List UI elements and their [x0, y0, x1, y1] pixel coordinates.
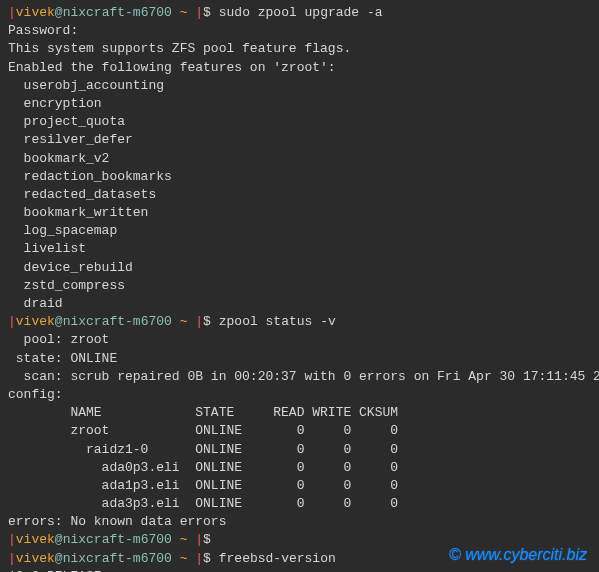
- table-row: ada1p3.eli ONLINE 0 0 0: [8, 477, 591, 495]
- prompt-user: vivek: [16, 532, 55, 547]
- prompt-host: nixcraft-m6700: [63, 314, 172, 329]
- prompt-host: nixcraft-m6700: [63, 5, 172, 20]
- open-bar: |: [8, 551, 16, 566]
- table-row: ada3p3.eli ONLINE 0 0 0: [8, 495, 591, 513]
- close-bar: |: [195, 532, 203, 547]
- prompt-path: ~: [180, 532, 188, 547]
- errors-line: errors: No known data errors: [8, 513, 591, 531]
- feature-line: draid: [8, 295, 591, 313]
- prompt-at: @: [55, 5, 63, 20]
- feature-line: project_quota: [8, 113, 591, 131]
- table-row: zroot ONLINE 0 0 0: [8, 422, 591, 440]
- prompt-line-1: |vivek@nixcraft-m6700 ~ |$ sudo zpool up…: [8, 4, 591, 22]
- password-prompt[interactable]: Password:: [8, 22, 591, 40]
- feature-line: resilver_defer: [8, 131, 591, 149]
- table-row: ada0p3.eli ONLINE 0 0 0: [8, 459, 591, 477]
- prompt-dollar: $: [203, 532, 211, 547]
- prompt-at: @: [55, 532, 63, 547]
- prompt-path: ~: [180, 551, 188, 566]
- prompt-at: @: [55, 314, 63, 329]
- config-label: config:: [8, 386, 591, 404]
- state-line: state: ONLINE: [8, 350, 591, 368]
- feature-line: redaction_bookmarks: [8, 168, 591, 186]
- enabled-line: Enabled the following features on 'zroot…: [8, 59, 591, 77]
- prompt-host: nixcraft-m6700: [63, 551, 172, 566]
- open-bar: |: [8, 532, 16, 547]
- freebsd-version-output: 13.0-RELEASE: [8, 568, 591, 572]
- prompt-host: nixcraft-m6700: [63, 532, 172, 547]
- command-1[interactable]: sudo zpool upgrade -a: [219, 5, 383, 20]
- feature-line: bookmark_v2: [8, 150, 591, 168]
- feature-line: livelist: [8, 240, 591, 258]
- feature-line: userobj_accounting: [8, 77, 591, 95]
- prompt-at: @: [55, 551, 63, 566]
- supports-line: This system supports ZFS pool feature fl…: [8, 40, 591, 58]
- pool-line: pool: zroot: [8, 331, 591, 349]
- feature-line: device_rebuild: [8, 259, 591, 277]
- close-bar: |: [195, 314, 203, 329]
- prompt-dollar: $: [203, 314, 211, 329]
- scan-line: scan: scrub repaired 0B in 00:20:37 with…: [8, 368, 591, 386]
- table-row: raidz1-0 ONLINE 0 0 0: [8, 441, 591, 459]
- prompt-line-4: |vivek@nixcraft-m6700 ~ |$ freebsd-versi…: [8, 550, 591, 568]
- close-bar: |: [195, 551, 203, 566]
- prompt-line-2: |vivek@nixcraft-m6700 ~ |$ zpool status …: [8, 313, 591, 331]
- feature-line: bookmark_written: [8, 204, 591, 222]
- feature-line: redacted_datasets: [8, 186, 591, 204]
- feature-line: log_spacemap: [8, 222, 591, 240]
- prompt-line-3: |vivek@nixcraft-m6700 ~ |$: [8, 531, 591, 549]
- close-bar: |: [195, 5, 203, 20]
- prompt-path: ~: [180, 314, 188, 329]
- table-header: NAME STATE READ WRITE CKSUM: [8, 404, 591, 422]
- feature-line: encryption: [8, 95, 591, 113]
- prompt-user: vivek: [16, 5, 55, 20]
- command-2[interactable]: zpool status -v: [219, 314, 336, 329]
- command-4[interactable]: freebsd-version: [219, 551, 336, 566]
- prompt-user: vivek: [16, 551, 55, 566]
- prompt-user: vivek: [16, 314, 55, 329]
- open-bar: |: [8, 314, 16, 329]
- open-bar: |: [8, 5, 16, 20]
- prompt-dollar: $: [203, 5, 211, 20]
- feature-line: zstd_compress: [8, 277, 591, 295]
- prompt-path: ~: [180, 5, 188, 20]
- prompt-dollar: $: [203, 551, 211, 566]
